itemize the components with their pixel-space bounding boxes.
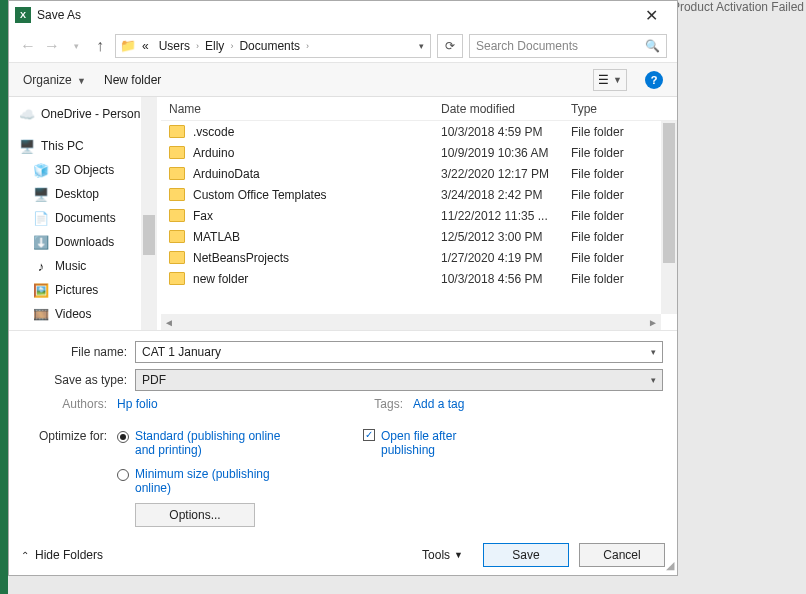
toolbar: Organize ▼ New folder ☰ ▼ ?: [9, 63, 677, 97]
hide-folders-button[interactable]: ⌃ Hide Folders: [21, 548, 103, 562]
file-hscrollbar[interactable]: ◄ ►: [161, 314, 661, 330]
col-date[interactable]: Date modified: [441, 102, 571, 116]
address-bar[interactable]: 📁 « Users › Elly › Documents › ▾: [115, 34, 431, 58]
file-name: NetBeansProjects: [193, 251, 289, 265]
file-vscrollbar[interactable]: [661, 121, 677, 314]
tags-value[interactable]: Add a tag: [413, 397, 464, 411]
bottom-panel: File name: CAT 1 January ▾ Save as type:…: [9, 330, 677, 535]
close-button[interactable]: ✕: [631, 6, 671, 25]
file-type: File folder: [571, 188, 659, 202]
tree-item-label: This PC: [41, 139, 84, 153]
open-after-label[interactable]: Open file after publishing: [381, 429, 501, 457]
file-row[interactable]: MATLAB12/5/2012 3:00 PMFile folder: [161, 226, 677, 247]
file-date: 11/22/2012 11:35 ...: [441, 209, 571, 223]
scroll-left-icon[interactable]: ◄: [161, 317, 177, 328]
tree-item-videos[interactable]: 🎞️Videos: [33, 303, 153, 325]
tree-item-onedrive-person[interactable]: ☁️OneDrive - Person: [19, 103, 153, 125]
tree-item-this-pc[interactable]: 🖥️This PC: [19, 135, 153, 157]
tree-item-pictures[interactable]: 🖼️Pictures: [33, 279, 153, 301]
tools-menu[interactable]: Tools ▼: [422, 548, 463, 562]
file-type: File folder: [571, 167, 659, 181]
file-row[interactable]: NetBeansProjects1/27/2020 4:19 PMFile fo…: [161, 247, 677, 268]
search-icon: 🔍: [645, 39, 660, 53]
resize-grip-icon[interactable]: ◢: [666, 559, 674, 572]
search-placeholder: Search Documents: [476, 39, 645, 53]
optimize-minimum-radio[interactable]: [117, 469, 129, 481]
file-row[interactable]: .vscode10/3/2018 4:59 PMFile folder: [161, 121, 677, 142]
file-date: 3/24/2018 2:42 PM: [441, 188, 571, 202]
breadcrumb-prefix: «: [138, 39, 153, 53]
tree-item-desktop[interactable]: 🖥️Desktop: [33, 183, 153, 205]
excel-background-strip: [0, 0, 8, 594]
authors-value[interactable]: Hp folio: [117, 397, 158, 411]
scrollbar-thumb[interactable]: [663, 123, 675, 263]
file-list: .vscode10/3/2018 4:59 PMFile folderArdui…: [161, 121, 677, 330]
tree-item-downloads[interactable]: ⬇️Downloads: [33, 231, 153, 253]
filename-label: File name:: [23, 345, 127, 359]
tags-label: Tags:: [363, 397, 403, 411]
view-mode-button[interactable]: ☰ ▼: [593, 69, 627, 91]
organize-label: Organize: [23, 73, 72, 87]
excel-app-icon: X: [15, 7, 31, 23]
breadcrumb-seg-0[interactable]: Users: [155, 39, 194, 53]
tree-item-label: OneDrive - Person: [41, 107, 140, 121]
file-row[interactable]: Custom Office Templates3/24/2018 2:42 PM…: [161, 184, 677, 205]
file-type: File folder: [571, 209, 659, 223]
optimize-standard-label[interactable]: Standard (publishing online and printing…: [135, 429, 285, 457]
col-name[interactable]: Name: [161, 102, 441, 116]
help-button[interactable]: ?: [645, 71, 663, 89]
file-date: 10/3/2018 4:59 PM: [441, 125, 571, 139]
search-input[interactable]: Search Documents 🔍: [469, 34, 667, 58]
file-date: 3/22/2020 12:17 PM: [441, 167, 571, 181]
col-type[interactable]: Type: [571, 102, 659, 116]
recent-caret[interactable]: ▾: [67, 41, 85, 51]
tools-label: Tools: [422, 548, 450, 562]
tree-item-music[interactable]: ♪Music: [33, 255, 153, 277]
optimize-standard-radio[interactable]: [117, 431, 129, 443]
body-area: ☁️OneDrive - Person🖥️This PC🧊3D Objects🖥…: [9, 97, 677, 330]
chevron-down-icon[interactable]: ▾: [651, 375, 656, 385]
new-folder-button[interactable]: New folder: [104, 73, 161, 87]
breadcrumb-sep: ›: [196, 41, 199, 51]
view-list-icon: ☰: [598, 73, 609, 87]
save-as-dialog: X Save As ✕ ← → ▾ ↑ 📁 « Users › Elly › D…: [8, 0, 678, 576]
tree-item-3d-objects[interactable]: 🧊3D Objects: [33, 159, 153, 181]
savetype-select[interactable]: PDF ▾: [135, 369, 663, 391]
file-row[interactable]: new folder10/3/2018 4:56 PMFile folder: [161, 268, 677, 289]
obj3d-icon: 🧊: [33, 162, 49, 178]
cancel-button[interactable]: Cancel: [579, 543, 665, 567]
tree-scrollbar[interactable]: [141, 97, 157, 330]
file-row[interactable]: ArduinoData3/22/2020 12:17 PMFile folder: [161, 163, 677, 184]
up-button[interactable]: ↑: [91, 37, 109, 55]
file-type: File folder: [571, 125, 659, 139]
options-button[interactable]: Options...: [135, 503, 255, 527]
tree-item-label: Downloads: [55, 235, 114, 249]
breadcrumb-seg-1[interactable]: Elly: [201, 39, 228, 53]
pic-icon: 🖼️: [33, 282, 49, 298]
address-history-caret[interactable]: ▾: [419, 41, 424, 51]
tree-item-label: Pictures: [55, 283, 98, 297]
file-row[interactable]: Fax11/22/2012 11:35 ...File folder: [161, 205, 677, 226]
back-button[interactable]: ←: [19, 37, 37, 55]
file-type: File folder: [571, 251, 659, 265]
forward-button[interactable]: →: [43, 37, 61, 55]
organize-menu[interactable]: Organize ▼: [23, 73, 86, 87]
scroll-right-icon[interactable]: ►: [645, 317, 661, 328]
save-button[interactable]: Save: [483, 543, 569, 567]
chevron-down-icon[interactable]: ▾: [651, 347, 656, 357]
optimize-minimum-label[interactable]: Minimum size (publishing online): [135, 467, 285, 495]
file-row[interactable]: Arduino10/9/2019 10:36 AMFile folder: [161, 142, 677, 163]
open-after-checkbox[interactable]: ✓: [363, 429, 375, 441]
folder-icon: [169, 251, 185, 264]
file-type: File folder: [571, 146, 659, 160]
tree-item-label: Desktop: [55, 187, 99, 201]
scrollbar-thumb[interactable]: [143, 215, 155, 255]
refresh-button[interactable]: ⟳: [437, 34, 463, 58]
filename-input[interactable]: CAT 1 January ▾: [135, 341, 663, 363]
tree-item-documents[interactable]: 📄Documents: [33, 207, 153, 229]
breadcrumb-seg-2[interactable]: Documents: [235, 39, 304, 53]
chevron-down-icon: ▼: [454, 550, 463, 560]
folder-icon: [169, 146, 185, 159]
file-date: 12/5/2012 3:00 PM: [441, 230, 571, 244]
file-name: Custom Office Templates: [193, 188, 327, 202]
